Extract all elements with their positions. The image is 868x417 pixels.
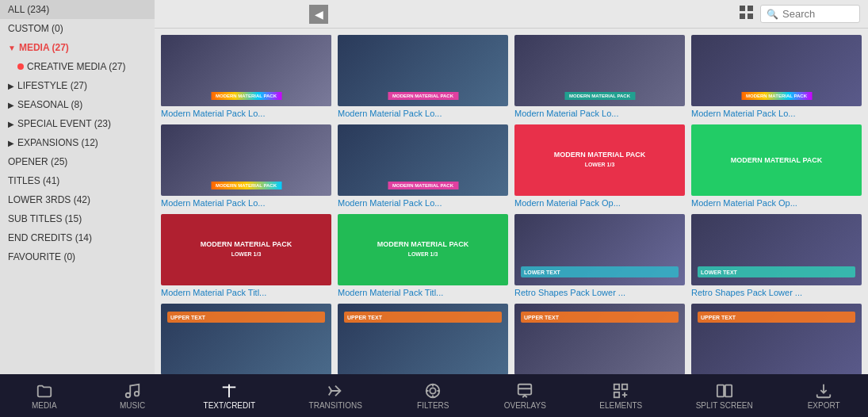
sidebar-item-lifestyle[interactable]: ▶ LIFESTYLE (27): [0, 76, 155, 95]
toolbar-export-label: EXPORT: [808, 401, 840, 410]
back-button[interactable]: ◀: [309, 5, 328, 24]
card-thumb-4: MODERN MATERIAL PACK: [691, 35, 862, 106]
search-box[interactable]: 🔍: [760, 5, 860, 23]
filters-icon: [424, 382, 442, 400]
grid-card-15[interactable]: UPPER TEXT Retro Shapes Pack Lower ...: [514, 304, 685, 374]
top-bar: ◀ 🔍: [155, 0, 868, 29]
toolbar-text-label: TEXT/CREDIT: [204, 401, 256, 410]
card-title-4: Modern Material Pack Lo...: [691, 109, 862, 118]
svg-rect-2: [740, 13, 745, 19]
sidebar-item-creative-media-label: CREATIVE MEDIA (27): [27, 61, 125, 72]
grid-card-2[interactable]: MODERN MATERIAL PACK Modern Material Pac…: [338, 35, 508, 118]
card-thumb-16: UPPER TEXT: [691, 304, 862, 374]
elements-icon: [612, 382, 629, 400]
svg-rect-15: [725, 384, 732, 396]
card-thumb-12: LOWER TEXT: [691, 214, 862, 285]
svg-point-9: [430, 388, 436, 393]
chevron-right-icon: ▶: [8, 82, 14, 90]
sidebar: ALL (234) CUSTOM (0) ▼ MEDIA (27) CREATI…: [0, 0, 155, 374]
split-screen-icon: [716, 382, 733, 400]
sidebar-item-titles-label: TITLES (41): [8, 175, 59, 186]
toolbar-elements-label: ELEMENTS: [599, 401, 642, 410]
sidebar-item-end-credits[interactable]: END CREDITS (14): [0, 228, 155, 247]
search-icon: 🔍: [767, 9, 778, 20]
sidebar-item-all-label: ALL (234): [8, 4, 49, 15]
toolbar-item-media[interactable]: MEDIA: [21, 379, 68, 413]
sidebar-item-sub-titles[interactable]: SUB TITLES (15): [0, 209, 155, 228]
card-thumb-15: UPPER TEXT: [514, 304, 685, 374]
sidebar-item-opener[interactable]: OPENER (25): [0, 152, 155, 171]
sidebar-item-custom[interactable]: CUSTOM (0): [0, 19, 155, 38]
grid-view-icon[interactable]: [740, 6, 754, 23]
toolbar-item-split-screen[interactable]: SPLIT SCREEN: [690, 379, 759, 413]
card-thumb-9: MODERN MATERIAL PACKLOWER 1/3: [161, 214, 331, 285]
toolbar-music-label: MUSIC: [120, 401, 145, 410]
card-title-2: Modern Material Pack Lo...: [338, 109, 508, 118]
card-thumb-13: UPPER TEXT: [161, 304, 331, 374]
sidebar-item-special-event[interactable]: ▶ SPECIAL EVENT (23): [0, 114, 155, 133]
svg-rect-3: [748, 13, 753, 19]
grid-card-7[interactable]: MODERN MATERIAL PACKLOWER 1/3 Modern Mat…: [514, 124, 685, 208]
card-thumb-8: MODERN MATERIAL PACK: [691, 124, 862, 196]
folder-icon: [36, 382, 53, 400]
card-thumb-14: UPPER TEXT: [338, 304, 508, 374]
sidebar-item-favourite-label: FAVOURITE (0): [8, 251, 75, 262]
grid-card-12[interactable]: LOWER TEXT Retro Shapes Pack Lower ...: [691, 214, 862, 297]
grid-card-5[interactable]: MODERN MATERIAL PACK Modern Material Pac…: [161, 124, 331, 208]
svg-rect-11: [614, 384, 619, 388]
chevron-right-icon4: ▶: [8, 139, 14, 147]
svg-rect-10: [518, 384, 532, 394]
toolbar-item-overlays[interactable]: OVERLAYS: [498, 379, 553, 413]
grid-card-11[interactable]: LOWER TEXT Retro Shapes Pack Lower ...: [514, 214, 685, 297]
sidebar-item-end-credits-label: END CREDITS (14): [8, 232, 92, 243]
grid-card-3[interactable]: MODERN MATERIAL PACK Modern Material Pac…: [514, 35, 685, 118]
card-thumb-3: MODERN MATERIAL PACK: [514, 35, 685, 106]
svg-point-4: [126, 392, 131, 397]
grid-card-10[interactable]: MODERN MATERIAL PACKLOWER 1/3 Modern Mat…: [338, 214, 508, 297]
sidebar-item-media[interactable]: ▼ MEDIA (27): [0, 38, 155, 57]
toolbar-item-text-credit[interactable]: TEXT/CREDIT: [197, 379, 262, 413]
grid-card-9[interactable]: MODERN MATERIAL PACKLOWER 1/3 Modern Mat…: [161, 214, 331, 297]
chevron-right-icon3: ▶: [8, 120, 14, 128]
toolbar-item-elements[interactable]: ELEMENTS: [593, 379, 648, 413]
sidebar-item-seasonal-label: SEASONAL (8): [17, 99, 82, 110]
card-thumb-7: MODERN MATERIAL PACKLOWER 1/3: [514, 124, 685, 196]
toolbar-item-transitions[interactable]: TRANSITIONS: [303, 379, 369, 413]
grid-card-6[interactable]: MODERN MATERIAL PACK Modern Material Pac…: [338, 124, 508, 208]
sidebar-item-special-event-label: SPECIAL EVENT (23): [17, 118, 111, 129]
chevron-right-icon2: ▶: [8, 101, 14, 109]
svg-rect-0: [740, 6, 745, 11]
svg-point-5: [135, 391, 140, 396]
sidebar-item-creative-media[interactable]: CREATIVE MEDIA (27): [0, 57, 155, 76]
sidebar-item-expansions[interactable]: ▶ EXPANSIONS (12): [0, 133, 155, 152]
card-thumb-2: MODERN MATERIAL PACK: [338, 35, 508, 106]
text-icon: [220, 382, 238, 400]
sidebar-item-titles[interactable]: TITLES (41): [0, 171, 155, 190]
toolbar-item-music[interactable]: MUSIC: [109, 379, 156, 413]
toolbar-split-screen-label: SPLIT SCREEN: [696, 401, 753, 410]
content-grid: MODERN MATERIAL PACK Modern Material Pac…: [155, 29, 868, 374]
sidebar-item-lifestyle-label: LIFESTYLE (27): [17, 80, 87, 91]
dot-icon: [17, 63, 24, 70]
sidebar-item-all[interactable]: ALL (234): [0, 0, 155, 19]
svg-rect-1: [748, 6, 753, 11]
main-area: ALL (234) CUSTOM (0) ▼ MEDIA (27) CREATI…: [0, 0, 868, 374]
sidebar-item-lower3rds-label: LOWER 3RDS (42): [8, 194, 90, 205]
grid-card-16[interactable]: UPPER TEXT Retro Shapes Pack Lower ...: [691, 304, 862, 374]
sidebar-item-seasonal[interactable]: ▶ SEASONAL (8): [0, 95, 155, 114]
sidebar-item-lower3rds[interactable]: LOWER 3RDS (42): [0, 190, 155, 209]
card-title-11: Retro Shapes Pack Lower ...: [514, 288, 685, 297]
grid-card-14[interactable]: UPPER TEXT Retro Shapes Pack Lower ...: [338, 304, 508, 374]
toolbar-item-filters[interactable]: FILTERS: [409, 379, 457, 413]
card-title-6: Modern Material Pack Lo...: [338, 198, 508, 208]
toolbar-item-export[interactable]: EXPORT: [800, 379, 847, 413]
grid-card-1[interactable]: MODERN MATERIAL PACK Modern Material Pac…: [161, 35, 331, 118]
sidebar-item-favourite[interactable]: FAVOURITE (0): [0, 247, 155, 266]
grid-card-4[interactable]: MODERN MATERIAL PACK Modern Material Pac…: [691, 35, 862, 118]
card-title-12: Retro Shapes Pack Lower ...: [691, 288, 862, 297]
card-title-10: Modern Material Pack Titl...: [338, 288, 508, 297]
grid-card-8[interactable]: MODERN MATERIAL PACK Modern Material Pac…: [691, 124, 862, 208]
grid-card-13[interactable]: UPPER TEXT Retro Shapes Pack Lower ...: [161, 304, 331, 374]
chevron-down-icon: ▼: [8, 44, 16, 52]
search-input[interactable]: [782, 8, 854, 20]
